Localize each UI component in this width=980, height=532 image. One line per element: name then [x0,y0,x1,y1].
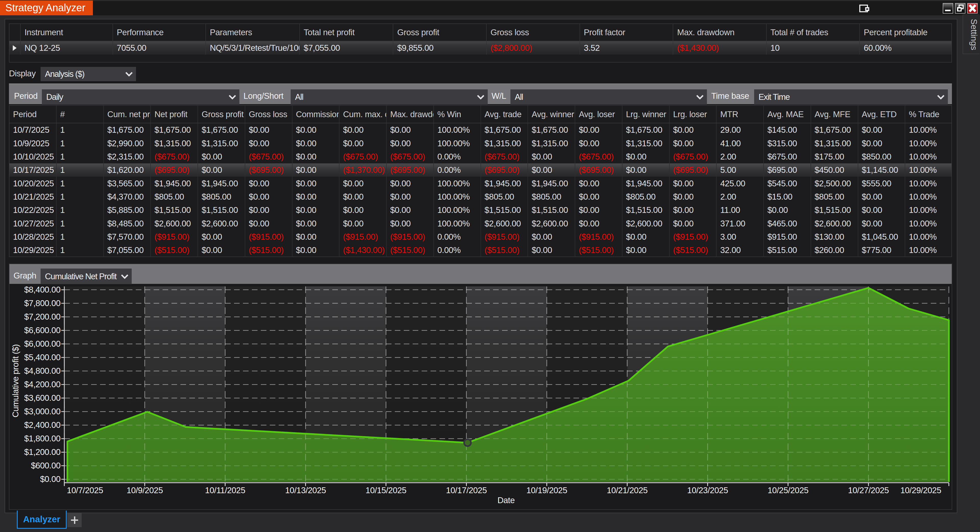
svg-text:$7,800.00: $7,800.00 [24,298,60,308]
svg-text:$0.00: $0.00 [40,474,60,484]
svg-text:10/7/2025: 10/7/2025 [67,486,103,495]
svg-text:$5,400.00: $5,400.00 [24,352,60,362]
svg-text:10/13/2025: 10/13/2025 [285,486,326,495]
svg-text:Cumulative profit ($): Cumulative profit ($) [11,344,20,417]
svg-text:$8,400.00: $8,400.00 [24,285,60,294]
svg-text:10/11/2025: 10/11/2025 [205,486,245,495]
svg-text:$7,200.00: $7,200.00 [24,312,60,322]
svg-text:10/25/2025: 10/25/2025 [768,486,808,495]
svg-text:$600.00: $600.00 [31,461,60,470]
svg-text:Date: Date [497,495,515,505]
svg-text:$2,400.00: $2,400.00 [24,420,60,430]
svg-text:$1,200.00: $1,200.00 [24,447,60,457]
svg-text:$6,000.00: $6,000.00 [24,339,60,349]
svg-text:10/29/2025: 10/29/2025 [900,486,941,495]
svg-text:$4,800.00: $4,800.00 [24,366,60,376]
svg-text:$3,000.00: $3,000.00 [24,407,60,416]
svg-text:10/17/2025: 10/17/2025 [446,486,487,495]
svg-text:$6,600.00: $6,600.00 [24,325,60,335]
svg-text:10/9/2025: 10/9/2025 [127,486,163,495]
svg-text:10/19/2025: 10/19/2025 [526,486,567,495]
svg-text:10/21/2025: 10/21/2025 [607,486,648,495]
svg-text:$3,600.00: $3,600.00 [24,393,60,403]
svg-text:10/15/2025: 10/15/2025 [366,486,406,495]
svg-text:10/27/2025: 10/27/2025 [848,486,889,495]
svg-text:$4,200.00: $4,200.00 [24,380,60,389]
svg-text:$1,800.00: $1,800.00 [24,434,60,443]
svg-text:10/23/2025: 10/23/2025 [687,486,728,495]
